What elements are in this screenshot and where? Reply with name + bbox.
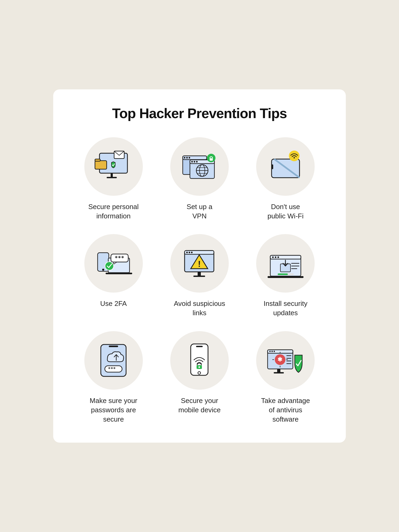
- svg-rect-22: [210, 158, 213, 161]
- tip-label-install-security-updates: Install securityupdates: [264, 299, 307, 318]
- svg-text:✱: ✱: [277, 356, 282, 363]
- icon-circle-antivirus: ✱: [256, 331, 315, 390]
- tip-label-secure-personal-info: Secure personalinformation: [88, 202, 139, 221]
- svg-point-40: [191, 252, 193, 253]
- svg-rect-59: [109, 346, 118, 347]
- page-title: Top Hacker Prevention Tips: [74, 105, 325, 121]
- svg-point-14: [194, 161, 195, 163]
- svg-point-70: [269, 351, 271, 352]
- icon-circle-setup-vpn: [170, 137, 229, 196]
- tip-secure-mobile: Secure yourmobile device: [160, 331, 238, 424]
- svg-point-48: [272, 256, 274, 258]
- svg-rect-63: [191, 344, 208, 375]
- svg-point-71: [271, 351, 273, 352]
- icon-circle-avoid-suspicious-links: !: [170, 234, 229, 293]
- icon-circle-no-public-wifi: [256, 137, 315, 196]
- tip-install-security-updates: Install securityupdates: [247, 234, 325, 318]
- svg-rect-31: [106, 273, 132, 274]
- icon-circle-install-security-updates: [256, 234, 315, 293]
- tip-use-2fa: *** Use 2FA: [74, 234, 152, 318]
- tip-label-setup-vpn: Set up aVPN: [187, 202, 213, 221]
- main-card: Top Hacker Prevention Tips: [53, 89, 346, 443]
- svg-point-15: [196, 161, 198, 163]
- tip-label-secure-mobile: Secure yourmobile device: [178, 396, 221, 415]
- svg-rect-46: [268, 276, 304, 278]
- tip-secure-passwords: *** Make sure yourpasswords aresecure: [74, 331, 152, 424]
- svg-point-72: [273, 351, 275, 352]
- icon-circle-use-2fa: ***: [84, 234, 143, 293]
- svg-point-50: [277, 256, 279, 258]
- tip-label-no-public-wifi: Don't usepublic Wi-Fi: [267, 202, 304, 221]
- svg-rect-1: [111, 173, 113, 177]
- svg-rect-54: [278, 273, 288, 275]
- svg-point-9: [186, 157, 188, 159]
- svg-point-27: [293, 157, 295, 159]
- tip-antivirus: ✱ Take advantageof antivirussoftware: [247, 331, 325, 424]
- svg-point-49: [275, 256, 276, 258]
- svg-text:***: ***: [108, 366, 116, 371]
- svg-rect-41: [198, 272, 201, 276]
- tip-avoid-suspicious-links: ! Avoid suspiciouslinks: [160, 234, 238, 318]
- tip-label-use-2fa: Use 2FA: [100, 299, 127, 308]
- svg-point-29: [102, 269, 104, 271]
- icon-circle-secure-mobile: [170, 331, 229, 390]
- tips-grid: Secure personalinformation: [74, 137, 325, 424]
- svg-rect-3: [95, 161, 107, 169]
- svg-rect-42: [193, 276, 205, 277]
- svg-rect-4: [95, 159, 100, 161]
- icon-circle-secure-personal-info: [84, 137, 143, 196]
- tip-setup-vpn: Set up aVPN: [160, 137, 238, 221]
- svg-point-67: [198, 366, 200, 368]
- svg-rect-64: [196, 346, 203, 347]
- tip-label-antivirus: Take advantageof antivirussoftware: [261, 396, 310, 424]
- svg-rect-24: [272, 164, 273, 169]
- svg-point-35: [105, 262, 114, 270]
- svg-text:!: !: [198, 259, 201, 269]
- svg-text:***: ***: [115, 255, 124, 261]
- icon-circle-secure-passwords: ***: [84, 331, 143, 390]
- svg-point-39: [189, 252, 190, 253]
- svg-rect-74: [274, 372, 284, 373]
- svg-point-10: [189, 157, 190, 159]
- tip-label-avoid-suspicious-links: Avoid suspiciouslinks: [174, 299, 225, 318]
- tip-no-public-wifi: Don't usepublic Wi-Fi: [247, 137, 325, 221]
- svg-point-8: [184, 157, 185, 159]
- svg-rect-2: [107, 177, 117, 178]
- tip-label-secure-passwords: Make sure yourpasswords aresecure: [90, 396, 137, 424]
- svg-rect-73: [277, 369, 280, 372]
- tip-secure-personal-info: Secure personalinformation: [74, 137, 152, 221]
- svg-point-38: [186, 252, 188, 253]
- svg-point-21: [207, 154, 215, 162]
- svg-point-13: [191, 161, 193, 163]
